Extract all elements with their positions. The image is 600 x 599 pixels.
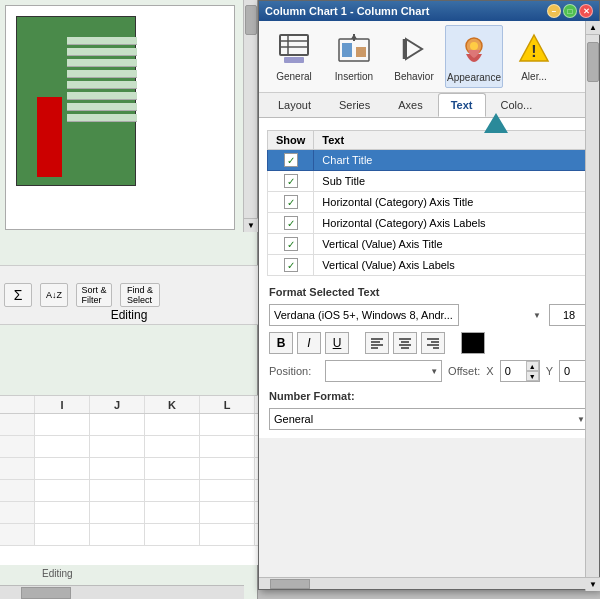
cell-l2[interactable] [200, 436, 255, 457]
align-left-button[interactable] [365, 332, 389, 354]
text-items-table: Show Text ✓ Chart Title ✓ Sub Title [267, 130, 591, 276]
underline-button[interactable]: U [325, 332, 349, 354]
font-size-input[interactable] [549, 304, 589, 326]
text-item-5[interactable]: Vertical (Value) Axis Title [314, 234, 591, 255]
cell-k3[interactable] [145, 458, 200, 479]
chart-bar [37, 97, 62, 177]
table-row[interactable]: ✓ Sub Title [268, 171, 591, 192]
font-select[interactable]: Verdana (iOS 5+, Windows 8, Andr... [269, 304, 459, 326]
text-item-4[interactable]: Horizontal (Category) Axis Labels [314, 213, 591, 234]
cell-i4[interactable] [35, 480, 90, 501]
show-checkbox-5[interactable]: ✓ [268, 234, 314, 255]
cell-i5[interactable] [35, 502, 90, 523]
table-row[interactable]: ✓ Vertical (Value) Axis Labels [268, 255, 591, 276]
align-center-button[interactable] [393, 332, 417, 354]
show-checkbox-1[interactable]: ✓ [268, 150, 314, 171]
find-select-button[interactable]: Find &Select [120, 283, 160, 307]
hscroll-thumb[interactable] [270, 579, 310, 589]
show-checkbox-4[interactable]: ✓ [268, 213, 314, 234]
cell-j5[interactable] [90, 502, 145, 523]
chart-dialog: Column Chart 1 - Column Chart − □ ✕ [258, 0, 600, 590]
cell-k4[interactable] [145, 480, 200, 501]
cell-i3[interactable] [35, 458, 90, 479]
checkbox-3[interactable]: ✓ [284, 195, 298, 209]
checkbox-4[interactable]: ✓ [284, 216, 298, 230]
ribbon-behavior[interactable]: Behavior [385, 25, 443, 88]
cell-l4[interactable] [200, 480, 255, 501]
col-header-L: L [200, 396, 255, 413]
font-select-wrapper: Verdana (iOS 5+, Windows 8, Andr... [269, 304, 545, 326]
table-row[interactable]: ✓ Horizontal (Category) Axis Title [268, 192, 591, 213]
vscroll-down[interactable]: ▼ [244, 218, 258, 232]
show-checkbox-2[interactable]: ✓ [268, 171, 314, 192]
italic-button[interactable]: I [297, 332, 321, 354]
format-title: Format Selected Text [269, 286, 589, 298]
checkbox-6[interactable]: ✓ [284, 258, 298, 272]
sum-button[interactable]: Σ [4, 283, 32, 307]
checkbox-5[interactable]: ✓ [284, 237, 298, 251]
show-checkbox-3[interactable]: ✓ [268, 192, 314, 213]
spreadsheet-vscroll[interactable]: ▼ [243, 0, 257, 232]
cell-k2[interactable] [145, 436, 200, 457]
position-select-wrapper [325, 360, 442, 382]
offset-x-down[interactable]: ▼ [526, 371, 539, 381]
bold-button[interactable]: B [269, 332, 293, 354]
sort-filter-button[interactable]: Sort &Filter [76, 283, 112, 307]
cell-l5[interactable] [200, 502, 255, 523]
offset-x-up[interactable]: ▲ [526, 361, 539, 371]
tab-layout[interactable]: Layout [265, 93, 324, 117]
vscroll-thumb[interactable] [587, 42, 599, 82]
cell-j2[interactable] [90, 436, 145, 457]
format-section: Format Selected Text Verdana (iOS 5+, Wi… [267, 286, 591, 430]
cell-l1[interactable] [200, 414, 255, 435]
text-item-1[interactable]: Chart Title [314, 150, 591, 171]
ribbon-appearance[interactable]: Appearance [445, 25, 503, 88]
cell-k1[interactable] [145, 414, 200, 435]
insertion-label: Insertion [335, 71, 373, 82]
cell-i2[interactable] [35, 436, 90, 457]
cell-j1[interactable] [90, 414, 145, 435]
tab-series[interactable]: Series [326, 93, 383, 117]
text-item-3[interactable]: Horizontal (Category) Axis Title [314, 192, 591, 213]
table-row[interactable]: ✓ Chart Title [268, 150, 591, 171]
number-format-select[interactable]: General [269, 408, 589, 430]
cell-j3[interactable] [90, 458, 145, 479]
text-item-2[interactable]: Sub Title [314, 171, 591, 192]
text-color-swatch[interactable] [461, 332, 485, 354]
cell-i6[interactable] [35, 524, 90, 545]
ribbon-general[interactable]: General [265, 25, 323, 88]
cell-j6[interactable] [90, 524, 145, 545]
cell-l3[interactable] [200, 458, 255, 479]
maximize-button[interactable]: □ [563, 4, 577, 18]
vscroll-down[interactable]: ▼ [586, 577, 600, 591]
show-checkbox-6[interactable]: ✓ [268, 255, 314, 276]
row-num-6 [0, 524, 35, 545]
cell-k5[interactable] [145, 502, 200, 523]
svg-marker-15 [484, 113, 508, 133]
cell-j4[interactable] [90, 480, 145, 501]
cell-l6[interactable] [200, 524, 255, 545]
dialog-vscroll[interactable]: ▲ ▼ [585, 21, 599, 591]
vscroll-thumb[interactable] [245, 5, 257, 35]
ribbon-insertion[interactable]: Insertion [325, 25, 383, 88]
bottom-hscroll-thumb[interactable] [21, 587, 71, 599]
tab-axes[interactable]: Axes [385, 93, 435, 117]
cell-i1[interactable] [35, 414, 90, 435]
position-select[interactable] [325, 360, 442, 382]
dialog-hscroll[interactable] [259, 577, 587, 589]
checkbox-2[interactable]: ✓ [284, 174, 298, 188]
ribbon-alert[interactable]: ! Aler... [505, 25, 563, 88]
cell-k6[interactable] [145, 524, 200, 545]
align-right-button[interactable] [421, 332, 445, 354]
bottom-hscroll[interactable] [0, 585, 244, 599]
az-button[interactable]: A↓Z [40, 283, 68, 307]
table-row[interactable]: ✓ Vertical (Value) Axis Title [268, 234, 591, 255]
minimize-button[interactable]: − [547, 4, 561, 18]
table-row[interactable]: ✓ Horizontal (Category) Axis Labels [268, 213, 591, 234]
appearance-label: Appearance [447, 72, 501, 83]
checkbox-1[interactable]: ✓ [284, 153, 298, 167]
tab-text[interactable]: Text [438, 93, 486, 117]
vscroll-up[interactable]: ▲ [586, 21, 600, 35]
close-button[interactable]: ✕ [579, 4, 593, 18]
text-item-6[interactable]: Vertical (Value) Axis Labels [314, 255, 591, 276]
